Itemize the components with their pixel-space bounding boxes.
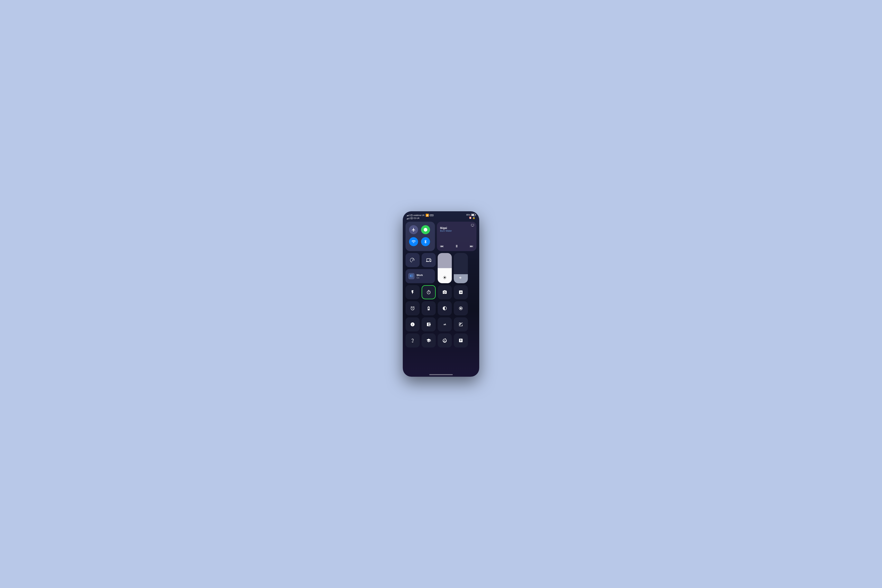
previous-button[interactable]: ⏮ bbox=[440, 244, 444, 248]
bar3 bbox=[408, 215, 409, 216]
home-indicator[interactable] bbox=[429, 374, 453, 375]
text-size-button[interactable]: aA bbox=[438, 317, 452, 332]
second-row: Work On bbox=[405, 253, 477, 283]
carrier2-name: O2-UK bbox=[414, 217, 420, 219]
music-info: Ikigai Burn Water bbox=[440, 226, 473, 232]
shazam-icon bbox=[410, 322, 415, 327]
screen-mirror-icon bbox=[426, 258, 431, 262]
volume-svg bbox=[459, 276, 463, 280]
status-right: 85% ⏰ 🔒 bbox=[466, 214, 475, 219]
wifi-button[interactable] bbox=[409, 237, 418, 246]
pause-button[interactable]: ⏸ bbox=[455, 244, 459, 248]
alarm-button[interactable] bbox=[405, 301, 420, 315]
lock-rotation-icon bbox=[410, 258, 415, 262]
status-left: P vodafone UK 📶 VPN M O2-UK bbox=[407, 214, 434, 219]
music-title: Ikigai bbox=[440, 226, 473, 230]
timer-button[interactable] bbox=[422, 285, 436, 299]
flashlight-button[interactable] bbox=[405, 285, 420, 299]
svg-rect-1 bbox=[412, 260, 413, 261]
wallet-button[interactable] bbox=[422, 317, 436, 332]
focus-tile[interactable]: Work On bbox=[405, 269, 435, 283]
carrier1-icons: P bbox=[410, 214, 412, 216]
hearing-icon bbox=[410, 338, 415, 343]
cellular-icon bbox=[423, 228, 428, 232]
lock-mirror-row bbox=[405, 253, 436, 267]
bluetooth-button[interactable] bbox=[421, 237, 430, 246]
svg-point-5 bbox=[444, 292, 445, 293]
second-row-left: Work On bbox=[405, 253, 436, 283]
airplay-icon[interactable] bbox=[471, 224, 474, 227]
volume-slider[interactable] bbox=[454, 253, 468, 283]
carrier1-row: P vodafone UK 📶 VPN bbox=[407, 214, 434, 217]
airplane-mode-button[interactable] bbox=[409, 225, 418, 234]
music-tile[interactable]: Ikigai Burn Water ⏮ ⏸ ⏭ bbox=[437, 222, 477, 251]
status-icons-row: ⏰ 🔒 bbox=[469, 216, 475, 219]
battery-row: 85% bbox=[466, 214, 475, 216]
carrier1-name: vodafone UK bbox=[413, 214, 425, 216]
music-controls: ⏮ ⏸ ⏭ bbox=[440, 244, 473, 248]
sound-recognition-button[interactable] bbox=[422, 333, 436, 348]
wifi-icon-status: 📶 bbox=[426, 214, 429, 217]
whiteboard-button[interactable] bbox=[454, 333, 468, 348]
whiteboard-icon bbox=[459, 338, 463, 343]
bar4 bbox=[409, 214, 410, 216]
focus-label: Work bbox=[417, 274, 423, 276]
volume-icon bbox=[459, 276, 463, 280]
cc-content: Ikigai Burn Water ⏮ ⏸ ⏭ bbox=[403, 220, 479, 349]
svg-rect-4 bbox=[411, 275, 412, 276]
bar1 bbox=[407, 219, 407, 219]
hearing-button[interactable] bbox=[405, 333, 420, 348]
dark-mode-button[interactable] bbox=[438, 301, 452, 315]
bluetooth-icon bbox=[423, 240, 428, 244]
svg-point-2 bbox=[412, 261, 413, 261]
carrier2-row: M O2-UK bbox=[407, 217, 434, 219]
lock-status-icon: 🔒 bbox=[472, 216, 475, 219]
stopwatch-icon bbox=[442, 338, 447, 343]
lock-rotation-button[interactable] bbox=[405, 253, 420, 267]
screen-mirror-button[interactable] bbox=[422, 253, 436, 267]
shazam-button[interactable] bbox=[405, 317, 420, 332]
vpn-badge: VPN bbox=[430, 214, 434, 216]
top-row: Ikigai Burn Water ⏮ ⏸ ⏭ bbox=[405, 222, 477, 251]
connectivity-tile[interactable] bbox=[405, 222, 435, 251]
carrier2-icons: M bbox=[410, 218, 413, 219]
m-badge: M bbox=[410, 218, 413, 219]
calculator-button[interactable] bbox=[454, 285, 468, 299]
battery-icon bbox=[471, 214, 475, 216]
accessibility-shortcuts-button[interactable] bbox=[454, 317, 468, 332]
bar3 bbox=[408, 218, 409, 219]
airplay-svg bbox=[471, 224, 474, 227]
signal-bars-2 bbox=[407, 218, 410, 219]
stopwatch-button[interactable] bbox=[438, 333, 452, 348]
grid-row-2 bbox=[405, 301, 477, 315]
alarm-icon bbox=[410, 306, 415, 310]
cellular-button[interactable] bbox=[421, 225, 430, 234]
flashlight-icon bbox=[410, 290, 415, 295]
next-button[interactable]: ⏭ bbox=[470, 244, 473, 248]
focus-avatar bbox=[408, 273, 414, 279]
camera-button[interactable] bbox=[438, 285, 452, 299]
alarm-status-icon: ⏰ bbox=[469, 216, 472, 219]
airplane-icon bbox=[411, 228, 416, 232]
bar4 bbox=[409, 218, 410, 219]
bar2 bbox=[408, 218, 408, 219]
battery-state-icon bbox=[426, 306, 431, 310]
grid-row-1 bbox=[405, 285, 477, 299]
dark-mode-icon bbox=[442, 306, 447, 310]
battery-state-button[interactable] bbox=[422, 301, 436, 315]
screen-record-button[interactable] bbox=[454, 301, 468, 315]
text-size-label: aA bbox=[444, 323, 446, 326]
sound-recognition-icon bbox=[426, 338, 431, 343]
brightness-slider[interactable] bbox=[438, 253, 452, 283]
p-badge: P bbox=[410, 214, 412, 216]
svg-point-7 bbox=[460, 308, 462, 309]
bar2 bbox=[408, 215, 408, 216]
grid-row-4 bbox=[405, 333, 477, 348]
battery-percent: 85% bbox=[466, 214, 470, 216]
wallet-icon bbox=[426, 322, 431, 327]
music-subtitle: Burn Water bbox=[440, 230, 473, 232]
grid-row-3: aA bbox=[405, 317, 477, 332]
status-bar: P vodafone UK 📶 VPN M O2-UK bbox=[403, 211, 479, 220]
accessibility-icon bbox=[459, 322, 463, 327]
focus-text: Work On bbox=[417, 274, 423, 279]
